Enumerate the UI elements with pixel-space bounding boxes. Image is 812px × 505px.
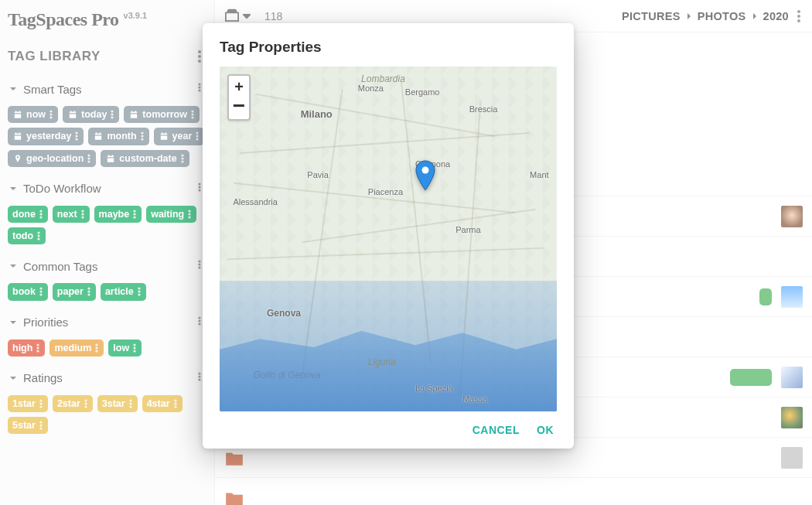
dialog-title: Tag Properties <box>220 39 557 56</box>
map-city-label: Mant <box>530 170 548 179</box>
svg-point-99 <box>421 167 428 174</box>
map[interactable]: Lombardia Liguria Golfo di Genova Monza … <box>220 67 557 411</box>
map-city-label: Piacenza <box>368 187 403 196</box>
map-city-label: Monza <box>358 84 384 93</box>
map-region-label: Golfo di Genova <box>254 370 321 380</box>
map-city-label: Bergamo <box>405 87 440 97</box>
map-city-label: La Spezia <box>415 384 453 393</box>
map-city-label: Brescia <box>469 104 498 114</box>
map-city-label: Alessandria <box>233 197 277 206</box>
map-city-label: Pavia <box>307 170 329 179</box>
map-city-label: Massa <box>462 394 487 404</box>
cancel-button[interactable]: CANCEL <box>473 424 520 436</box>
ok-button[interactable]: OK <box>537 424 554 436</box>
dialog-actions: CANCEL OK <box>220 411 557 438</box>
map-region-label: Lombardia <box>361 73 405 84</box>
zoom-out-button[interactable]: − <box>229 95 249 117</box>
map-marker-icon[interactable] <box>415 160 435 194</box>
map-city-label: Genova <box>267 308 301 319</box>
map-zoom-control: + − <box>227 74 251 121</box>
tag-properties-dialog: Tag Properties Lombardia Liguria Golfo d… <box>203 23 574 449</box>
map-city-label: Parma <box>455 225 480 234</box>
map-region-label: Liguria <box>368 357 396 367</box>
map-city-label: Milano <box>301 108 333 120</box>
